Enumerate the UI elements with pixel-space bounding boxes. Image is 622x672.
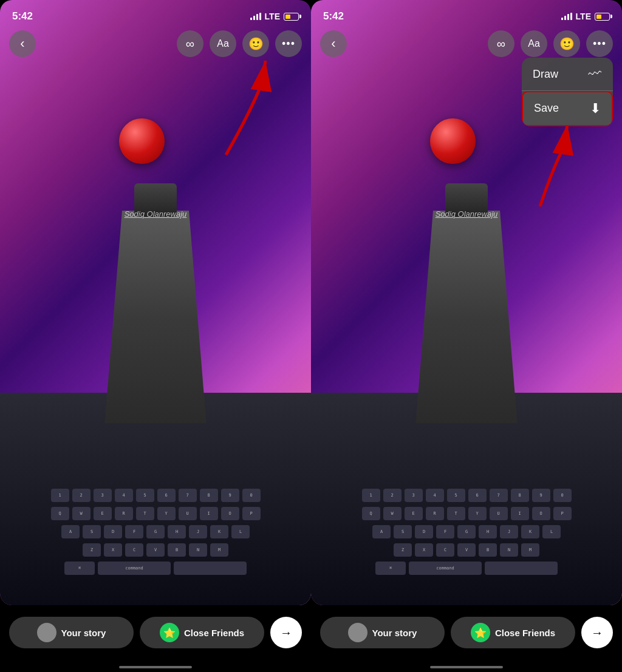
right-your-story-button[interactable]: Your story	[320, 617, 445, 648]
key: 1	[51, 489, 69, 502]
right-share-button[interactable]: →	[581, 617, 613, 648]
key: 3	[405, 489, 423, 502]
key: E	[94, 507, 112, 520]
key: A	[372, 525, 391, 538]
key: C	[436, 543, 454, 557]
right-infinity-button[interactable]: ∞	[488, 30, 514, 57]
key: 4	[115, 489, 133, 502]
draw-menu-item[interactable]: Draw 〰	[522, 58, 613, 90]
right-avatar	[348, 623, 367, 642]
key: G	[146, 525, 165, 538]
key: K	[210, 525, 228, 538]
right-back-icon: ‹	[331, 36, 335, 52]
left-keyboard-rows: 1 2 3 4 5 6 7 8 9 0 Q	[12, 489, 299, 575]
key: N	[189, 543, 207, 557]
left-share-arrow-icon: →	[280, 626, 292, 640]
left-sticker-button[interactable]: 🙂	[242, 30, 269, 57]
save-menu-item[interactable]: Save ⬇	[522, 91, 613, 126]
key: V	[146, 543, 165, 557]
key: Y	[468, 507, 487, 520]
save-download-icon: ⬇	[590, 101, 601, 117]
key: P	[242, 507, 261, 520]
key: 4	[426, 489, 444, 502]
left-battery-icon	[284, 13, 299, 21]
left-keyboard-row-1: 1 2 3 4 5 6 7 8 9 0	[12, 489, 299, 502]
left-your-story-label: Your story	[61, 628, 106, 638]
left-text-icon: Aa	[217, 38, 229, 49]
left-infinity-button[interactable]: ∞	[177, 30, 203, 57]
key: 9	[532, 489, 550, 502]
rose-decoration	[119, 118, 165, 164]
key: H	[168, 525, 186, 538]
left-more-icon: •••	[282, 38, 295, 50]
left-more-button[interactable]: •••	[275, 30, 302, 57]
stand-body-right	[400, 211, 533, 423]
key: L	[542, 525, 561, 538]
left-signal-icon	[250, 13, 261, 20]
key: T	[136, 507, 154, 520]
right-your-story-label: Your story	[372, 628, 417, 638]
right-more-icon: •••	[593, 38, 606, 50]
rose-circle	[119, 118, 165, 164]
left-watermark: Sodiq Olanrewaju	[125, 209, 187, 219]
key: T	[447, 507, 465, 520]
key: B	[479, 543, 497, 557]
rose-decoration-right	[430, 118, 476, 164]
right-sticker-button[interactable]: 🙂	[553, 30, 580, 57]
key: N	[500, 543, 518, 557]
key: 0	[553, 489, 572, 502]
left-your-story-button[interactable]: Your story	[9, 617, 134, 648]
left-close-friends-button[interactable]: ⭐ Close Friends	[140, 617, 264, 648]
left-time: 5:42	[12, 10, 33, 22]
right-bottom-bar: Your story ⭐ Close Friends →	[311, 605, 622, 672]
left-close-friends-label: Close Friends	[184, 628, 244, 638]
left-text-button[interactable]: Aa	[210, 30, 236, 57]
right-sticker-icon: 🙂	[559, 36, 575, 51]
key: 6	[468, 489, 487, 502]
left-battery-fill	[285, 15, 290, 19]
left-story-bg: 1 2 3 4 5 6 7 8 9 0 Q	[0, 0, 311, 605]
right-close-friends-label: Close Friends	[495, 628, 555, 638]
key: F	[125, 525, 143, 538]
key: P	[553, 507, 572, 520]
key: G	[457, 525, 476, 538]
key: 5	[447, 489, 465, 502]
right-battery-fill	[596, 15, 601, 19]
right-watermark: Sodiq Olanrewaju	[436, 209, 498, 219]
right-close-friends-button[interactable]: ⭐ Close Friends	[451, 617, 575, 648]
key: I	[200, 507, 218, 520]
key: M	[521, 543, 539, 557]
left-avatar	[37, 623, 56, 642]
key: 8	[511, 489, 529, 502]
right-back-button[interactable]: ‹	[320, 30, 347, 57]
right-text-button[interactable]: Aa	[521, 30, 547, 57]
key: U	[490, 507, 508, 520]
key: I	[511, 507, 529, 520]
key: J	[189, 525, 207, 538]
rose-circle-right	[430, 118, 476, 164]
key: 5	[136, 489, 154, 502]
left-sticker-icon: 🙂	[248, 36, 264, 51]
key: W	[72, 507, 91, 520]
save-label: Save	[534, 102, 559, 115]
right-time: 5:42	[323, 10, 344, 22]
right-text-icon: Aa	[528, 38, 540, 49]
left-share-button[interactable]: →	[270, 617, 302, 648]
left-green-star: ⭐	[160, 623, 179, 642]
key: Q	[362, 507, 380, 520]
key: S	[394, 525, 412, 538]
key: B	[168, 543, 186, 557]
right-dropdown-menu: Draw 〰 Save ⬇	[522, 58, 613, 126]
right-infinity-icon: ∞	[497, 37, 505, 51]
right-more-button[interactable]: •••	[586, 30, 613, 57]
key: 0	[242, 489, 261, 502]
key: 6	[157, 489, 176, 502]
left-back-button[interactable]: ‹	[9, 30, 36, 57]
stand-body	[89, 211, 222, 423]
key-space	[174, 562, 247, 575]
right-status-right: LTE	[561, 12, 610, 21]
key: C	[125, 543, 143, 557]
right-keyboard-row-5: ⌘ command	[323, 562, 610, 575]
key: ⌘	[64, 562, 95, 575]
key: 2	[72, 489, 91, 502]
